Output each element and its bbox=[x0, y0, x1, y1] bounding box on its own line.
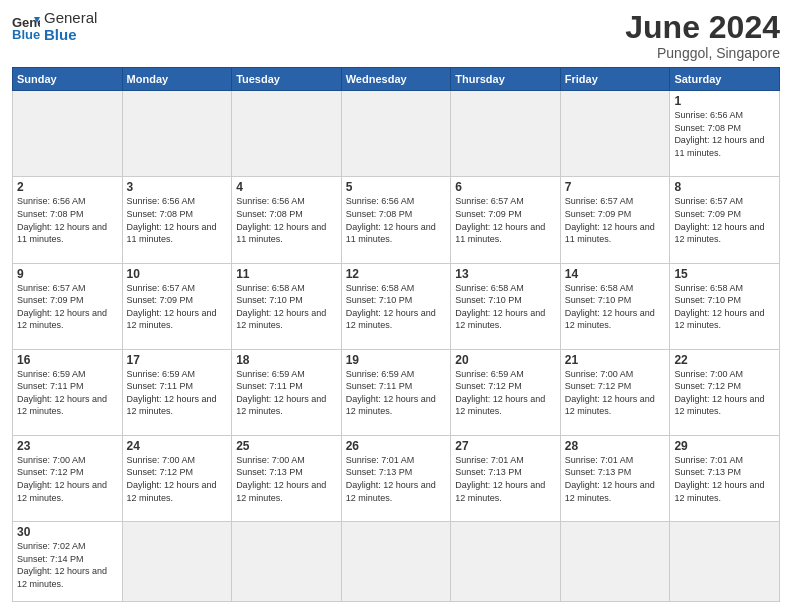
day-number: 6 bbox=[455, 180, 556, 194]
day-number: 7 bbox=[565, 180, 666, 194]
day-number: 2 bbox=[17, 180, 118, 194]
day-number: 5 bbox=[346, 180, 447, 194]
calendar-cell bbox=[341, 91, 451, 177]
day-info: Sunrise: 7:01 AM Sunset: 7:13 PM Dayligh… bbox=[674, 454, 775, 504]
day-info: Sunrise: 6:59 AM Sunset: 7:11 PM Dayligh… bbox=[17, 368, 118, 418]
day-info: Sunrise: 6:57 AM Sunset: 7:09 PM Dayligh… bbox=[455, 195, 556, 245]
day-number: 16 bbox=[17, 353, 118, 367]
calendar-cell: 9Sunrise: 6:57 AM Sunset: 7:09 PM Daylig… bbox=[13, 263, 123, 349]
day-number: 4 bbox=[236, 180, 337, 194]
calendar-cell bbox=[232, 521, 342, 601]
day-info: Sunrise: 6:56 AM Sunset: 7:08 PM Dayligh… bbox=[674, 109, 775, 159]
day-number: 18 bbox=[236, 353, 337, 367]
calendar-week-4: 16Sunrise: 6:59 AM Sunset: 7:11 PM Dayli… bbox=[13, 349, 780, 435]
calendar-cell: 14Sunrise: 6:58 AM Sunset: 7:10 PM Dayli… bbox=[560, 263, 670, 349]
day-info: Sunrise: 6:56 AM Sunset: 7:08 PM Dayligh… bbox=[236, 195, 337, 245]
day-number: 26 bbox=[346, 439, 447, 453]
day-number: 14 bbox=[565, 267, 666, 281]
day-number: 24 bbox=[127, 439, 228, 453]
calendar-cell: 8Sunrise: 6:57 AM Sunset: 7:09 PM Daylig… bbox=[670, 177, 780, 263]
calendar-week-3: 9Sunrise: 6:57 AM Sunset: 7:09 PM Daylig… bbox=[13, 263, 780, 349]
logo: General Blue General Blue bbox=[12, 10, 97, 43]
day-number: 9 bbox=[17, 267, 118, 281]
calendar-cell bbox=[670, 521, 780, 601]
page: General Blue General Blue June 2024 Pung… bbox=[0, 0, 792, 612]
calendar-cell: 12Sunrise: 6:58 AM Sunset: 7:10 PM Dayli… bbox=[341, 263, 451, 349]
day-number: 15 bbox=[674, 267, 775, 281]
day-number: 10 bbox=[127, 267, 228, 281]
calendar-cell: 27Sunrise: 7:01 AM Sunset: 7:13 PM Dayli… bbox=[451, 435, 561, 521]
calendar-cell: 11Sunrise: 6:58 AM Sunset: 7:10 PM Dayli… bbox=[232, 263, 342, 349]
calendar-cell: 26Sunrise: 7:01 AM Sunset: 7:13 PM Dayli… bbox=[341, 435, 451, 521]
day-number: 3 bbox=[127, 180, 228, 194]
calendar-cell: 17Sunrise: 6:59 AM Sunset: 7:11 PM Dayli… bbox=[122, 349, 232, 435]
day-info: Sunrise: 6:56 AM Sunset: 7:08 PM Dayligh… bbox=[17, 195, 118, 245]
calendar-cell: 24Sunrise: 7:00 AM Sunset: 7:12 PM Dayli… bbox=[122, 435, 232, 521]
day-number: 20 bbox=[455, 353, 556, 367]
generalblue-logo-icon: General Blue bbox=[12, 13, 40, 41]
calendar-cell bbox=[560, 521, 670, 601]
calendar-cell: 2Sunrise: 6:56 AM Sunset: 7:08 PM Daylig… bbox=[13, 177, 123, 263]
calendar-cell: 10Sunrise: 6:57 AM Sunset: 7:09 PM Dayli… bbox=[122, 263, 232, 349]
logo-blue-text: Blue bbox=[44, 27, 97, 44]
calendar-week-5: 23Sunrise: 7:00 AM Sunset: 7:12 PM Dayli… bbox=[13, 435, 780, 521]
title-block: June 2024 Punggol, Singapore bbox=[625, 10, 780, 61]
day-info: Sunrise: 6:59 AM Sunset: 7:12 PM Dayligh… bbox=[455, 368, 556, 418]
logo-general-text: General bbox=[44, 10, 97, 27]
day-info: Sunrise: 7:00 AM Sunset: 7:12 PM Dayligh… bbox=[127, 454, 228, 504]
day-info: Sunrise: 6:58 AM Sunset: 7:10 PM Dayligh… bbox=[674, 282, 775, 332]
day-info: Sunrise: 6:56 AM Sunset: 7:08 PM Dayligh… bbox=[346, 195, 447, 245]
day-info: Sunrise: 6:58 AM Sunset: 7:10 PM Dayligh… bbox=[346, 282, 447, 332]
location: Punggol, Singapore bbox=[625, 45, 780, 61]
calendar-cell bbox=[451, 91, 561, 177]
col-header-wednesday: Wednesday bbox=[341, 68, 451, 91]
calendar-cell bbox=[560, 91, 670, 177]
day-info: Sunrise: 7:00 AM Sunset: 7:13 PM Dayligh… bbox=[236, 454, 337, 504]
day-info: Sunrise: 6:58 AM Sunset: 7:10 PM Dayligh… bbox=[455, 282, 556, 332]
calendar-cell: 18Sunrise: 6:59 AM Sunset: 7:11 PM Dayli… bbox=[232, 349, 342, 435]
day-number: 25 bbox=[236, 439, 337, 453]
col-header-tuesday: Tuesday bbox=[232, 68, 342, 91]
day-info: Sunrise: 7:01 AM Sunset: 7:13 PM Dayligh… bbox=[346, 454, 447, 504]
calendar-cell: 30Sunrise: 7:02 AM Sunset: 7:14 PM Dayli… bbox=[13, 521, 123, 601]
day-info: Sunrise: 7:02 AM Sunset: 7:14 PM Dayligh… bbox=[17, 540, 118, 590]
day-number: 13 bbox=[455, 267, 556, 281]
calendar-cell: 28Sunrise: 7:01 AM Sunset: 7:13 PM Dayli… bbox=[560, 435, 670, 521]
calendar-cell: 4Sunrise: 6:56 AM Sunset: 7:08 PM Daylig… bbox=[232, 177, 342, 263]
calendar-cell: 25Sunrise: 7:00 AM Sunset: 7:13 PM Dayli… bbox=[232, 435, 342, 521]
calendar-cell: 20Sunrise: 6:59 AM Sunset: 7:12 PM Dayli… bbox=[451, 349, 561, 435]
calendar-week-1: 1Sunrise: 6:56 AM Sunset: 7:08 PM Daylig… bbox=[13, 91, 780, 177]
day-number: 23 bbox=[17, 439, 118, 453]
col-header-monday: Monday bbox=[122, 68, 232, 91]
calendar-cell: 1Sunrise: 6:56 AM Sunset: 7:08 PM Daylig… bbox=[670, 91, 780, 177]
day-info: Sunrise: 6:59 AM Sunset: 7:11 PM Dayligh… bbox=[346, 368, 447, 418]
day-info: Sunrise: 7:01 AM Sunset: 7:13 PM Dayligh… bbox=[565, 454, 666, 504]
calendar-week-6: 30Sunrise: 7:02 AM Sunset: 7:14 PM Dayli… bbox=[13, 521, 780, 601]
day-number: 22 bbox=[674, 353, 775, 367]
calendar-week-2: 2Sunrise: 6:56 AM Sunset: 7:08 PM Daylig… bbox=[13, 177, 780, 263]
calendar-cell bbox=[232, 91, 342, 177]
calendar-cell: 29Sunrise: 7:01 AM Sunset: 7:13 PM Dayli… bbox=[670, 435, 780, 521]
calendar-cell: 6Sunrise: 6:57 AM Sunset: 7:09 PM Daylig… bbox=[451, 177, 561, 263]
day-number: 12 bbox=[346, 267, 447, 281]
day-info: Sunrise: 6:59 AM Sunset: 7:11 PM Dayligh… bbox=[127, 368, 228, 418]
day-info: Sunrise: 7:00 AM Sunset: 7:12 PM Dayligh… bbox=[565, 368, 666, 418]
calendar-cell bbox=[122, 91, 232, 177]
day-info: Sunrise: 6:58 AM Sunset: 7:10 PM Dayligh… bbox=[565, 282, 666, 332]
calendar-cell: 23Sunrise: 7:00 AM Sunset: 7:12 PM Dayli… bbox=[13, 435, 123, 521]
calendar-cell: 22Sunrise: 7:00 AM Sunset: 7:12 PM Dayli… bbox=[670, 349, 780, 435]
day-number: 8 bbox=[674, 180, 775, 194]
day-info: Sunrise: 6:56 AM Sunset: 7:08 PM Dayligh… bbox=[127, 195, 228, 245]
day-info: Sunrise: 7:00 AM Sunset: 7:12 PM Dayligh… bbox=[674, 368, 775, 418]
month-title: June 2024 bbox=[625, 10, 780, 45]
calendar-cell: 16Sunrise: 6:59 AM Sunset: 7:11 PM Dayli… bbox=[13, 349, 123, 435]
col-header-thursday: Thursday bbox=[451, 68, 561, 91]
calendar-cell bbox=[451, 521, 561, 601]
col-header-sunday: Sunday bbox=[13, 68, 123, 91]
day-info: Sunrise: 6:57 AM Sunset: 7:09 PM Dayligh… bbox=[674, 195, 775, 245]
calendar-cell: 5Sunrise: 6:56 AM Sunset: 7:08 PM Daylig… bbox=[341, 177, 451, 263]
header: General Blue General Blue June 2024 Pung… bbox=[12, 10, 780, 61]
calendar-cell bbox=[122, 521, 232, 601]
day-info: Sunrise: 7:01 AM Sunset: 7:13 PM Dayligh… bbox=[455, 454, 556, 504]
col-header-saturday: Saturday bbox=[670, 68, 780, 91]
